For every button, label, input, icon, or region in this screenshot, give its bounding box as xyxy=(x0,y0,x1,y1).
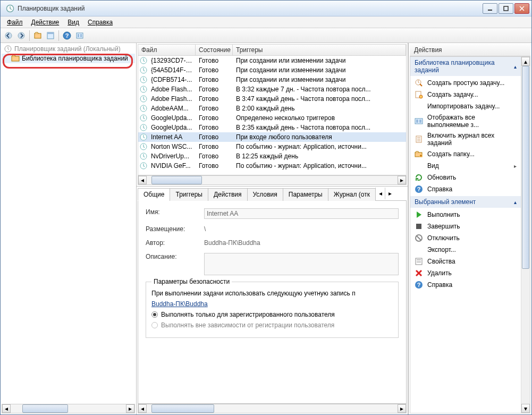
clock-icon xyxy=(139,142,148,151)
tree-body[interactable]: Планировщик заданий (Локальный) Библиоте… xyxy=(2,44,135,404)
play-icon xyxy=(415,210,423,219)
tab-scroll-right[interactable]: ▸ xyxy=(385,188,394,199)
col-state-header[interactable]: Состояние xyxy=(196,45,233,55)
svg-rect-41 xyxy=(417,259,421,260)
actions-section1-header[interactable]: Библиотека планировщика заданий ▴ xyxy=(410,57,521,76)
journal-icon xyxy=(415,135,423,143)
scroll-thumb[interactable] xyxy=(151,176,201,184)
tree-h-scrollbar[interactable]: ◂ ▸ xyxy=(2,404,135,413)
scroll-thumb[interactable] xyxy=(151,404,214,413)
content-area: Планировщик заданий (Локальный) Библиоте… xyxy=(1,43,531,414)
tree-library-item[interactable]: Библиотека планировщика заданий xyxy=(2,54,135,63)
radio-icon xyxy=(151,311,158,318)
detail-h-scrollbar[interactable]: ◂ ▸ xyxy=(138,404,407,413)
task-row[interactable]: NvDriverUp...ГотовоВ 12:25 каждый день xyxy=(138,151,406,161)
action-экспорт-[interactable]: Экспорт... xyxy=(410,244,521,256)
task-row[interactable]: GoogleUpda...ГотовоОпределено несколько … xyxy=(138,113,406,123)
actions-v-scrollbar[interactable]: ▴ ▾ xyxy=(521,57,530,413)
list-h-scrollbar[interactable]: ◂ ▸ xyxy=(138,175,407,185)
action-вид[interactable]: Вид▸ xyxy=(410,160,521,172)
toolbar-view-button[interactable] xyxy=(45,30,56,41)
collapse-icon[interactable]: ▴ xyxy=(514,199,517,205)
radio-any-user[interactable]: Выполнять вне зависимости от регистрации… xyxy=(151,321,393,329)
action-свойства[interactable]: Свойства xyxy=(410,256,521,267)
action-удалить[interactable]: Удалить xyxy=(410,267,521,279)
action-отключить[interactable]: Отключить xyxy=(410,232,521,244)
col-triggers-header[interactable]: Триггеры xyxy=(233,45,406,55)
task-row[interactable]: Internet AAГотовоПри входе любого пользо… xyxy=(138,132,406,142)
tab-log[interactable]: Журнал (отк xyxy=(328,188,376,201)
task-row[interactable]: {13293CD7-3...ГотовоПри создании или изм… xyxy=(138,56,406,65)
task-row[interactable]: Norton WSC...ГотовоПо событию - журнал: … xyxy=(138,142,406,151)
forward-button[interactable] xyxy=(15,30,27,41)
tab-actions[interactable]: Действия xyxy=(208,188,248,201)
col-file-header[interactable]: Файл xyxy=(138,45,196,55)
menu-help[interactable]: Справка xyxy=(83,18,117,27)
task-row[interactable]: AdobeAAM...ГотовоВ 2:00 каждый день xyxy=(138,104,406,113)
svg-point-29 xyxy=(419,95,423,98)
action-завершить[interactable]: Завершить xyxy=(410,221,521,232)
menu-view[interactable]: Вид xyxy=(63,18,83,27)
menu-action[interactable]: Действие xyxy=(27,18,64,27)
tab-triggers[interactable]: Триггеры xyxy=(170,188,208,201)
scroll-up-arrow[interactable]: ▴ xyxy=(521,57,530,66)
toolbar-preview-button[interactable] xyxy=(74,30,86,41)
svg-rect-12 xyxy=(80,34,82,37)
tab-scroll-left[interactable]: ◂ xyxy=(375,188,385,199)
action-label: Включить журнал всех заданий xyxy=(427,132,517,147)
task-trigger: В 2:00 каждый день xyxy=(233,105,406,112)
action-выполнить[interactable]: Выполнить xyxy=(410,209,521,221)
task-row[interactable]: Adobe Flash...ГотовоВ 3:32 каждые 7 дн. … xyxy=(138,84,406,94)
clock-icon xyxy=(139,95,148,103)
close-button[interactable] xyxy=(514,3,529,14)
svg-rect-2 xyxy=(504,6,508,11)
radio-logged-on[interactable]: Выполнять только для зарегистрированного… xyxy=(151,311,393,318)
toolbar-help-button[interactable]: ? xyxy=(61,30,73,41)
tab-settings[interactable]: Параметры xyxy=(283,188,328,201)
action-справка[interactable]: ?Справка xyxy=(410,279,521,291)
tab-general[interactable]: Общие xyxy=(138,188,170,201)
task-name: AdobeAAM... xyxy=(148,105,196,112)
action-обновить[interactable]: Обновить xyxy=(410,172,521,183)
scroll-down-arrow[interactable]: ▾ xyxy=(521,404,530,413)
task-row[interactable]: Adobe Flash...ГотовоВ 3:47 каждый день -… xyxy=(138,94,406,104)
scroll-thumb[interactable] xyxy=(522,66,529,269)
collapse-icon[interactable]: ▴ xyxy=(514,64,517,70)
menubar: Файл Действие Вид Справка xyxy=(1,16,531,28)
scroll-thumb[interactable] xyxy=(22,404,69,413)
action-импортировать-задачу-[interactable]: Импортировать задачу... xyxy=(410,100,521,112)
security-group-title: Параметры безопасности xyxy=(151,278,232,285)
task-row[interactable]: {54A5D14F-7...ГотовоПри создании или изм… xyxy=(138,65,406,75)
tab-conditions[interactable]: Условия xyxy=(247,188,283,201)
task-row[interactable]: NVIDIA GeF...ГотовоПо событию - журнал: … xyxy=(138,161,406,171)
location-label: Размещение: xyxy=(146,225,204,233)
scroll-left-arrow[interactable]: ◂ xyxy=(138,404,147,413)
action-создать-задачу-[interactable]: Создать задачу... xyxy=(410,89,521,100)
task-row[interactable]: GoogleUpda...ГотовоВ 2:35 каждый день - … xyxy=(138,123,406,132)
toolbar-action-button[interactable] xyxy=(32,30,44,41)
action-label: Справка xyxy=(427,185,452,193)
tree-root-item[interactable]: Планировщик заданий (Локальный) xyxy=(2,44,135,54)
scroll-right-arrow[interactable]: ▸ xyxy=(398,404,406,413)
back-button[interactable] xyxy=(3,30,14,41)
task-name: Internet AA xyxy=(148,133,196,141)
scroll-left-arrow[interactable]: ◂ xyxy=(138,176,147,184)
scroll-right-arrow[interactable]: ▸ xyxy=(126,404,134,413)
refresh-icon xyxy=(415,173,423,182)
action-создать-простую-задачу-[interactable]: Создать простую задачу... xyxy=(410,77,521,89)
scroll-right-arrow[interactable]: ▸ xyxy=(398,176,406,184)
titlebar[interactable]: Планировщик заданий xyxy=(1,1,531,16)
action-включить-журнал-всех-заданий[interactable]: Включить журнал всех заданий xyxy=(410,130,521,148)
actions-section2-header[interactable]: Выбранный элемент ▴ xyxy=(410,196,521,208)
list-body[interactable]: {13293CD7-3...ГотовоПри создании или изм… xyxy=(138,56,407,175)
scroll-left-arrow[interactable]: ◂ xyxy=(2,404,11,413)
menu-file[interactable]: Файл xyxy=(3,18,27,27)
task-row[interactable]: {CDFB5714-...ГотовоПри создании или изме… xyxy=(138,75,406,84)
clock-icon xyxy=(139,104,148,113)
minimize-button[interactable] xyxy=(483,3,497,14)
action-справка[interactable]: ?Справка xyxy=(410,183,521,195)
action-отображать-все-выполняемые-з-[interactable]: Отображать все выполняемые з... xyxy=(410,112,521,130)
action-создать-папку-[interactable]: Создать папку... xyxy=(410,148,521,160)
clock-icon xyxy=(139,133,148,141)
maximize-button[interactable] xyxy=(499,3,513,14)
